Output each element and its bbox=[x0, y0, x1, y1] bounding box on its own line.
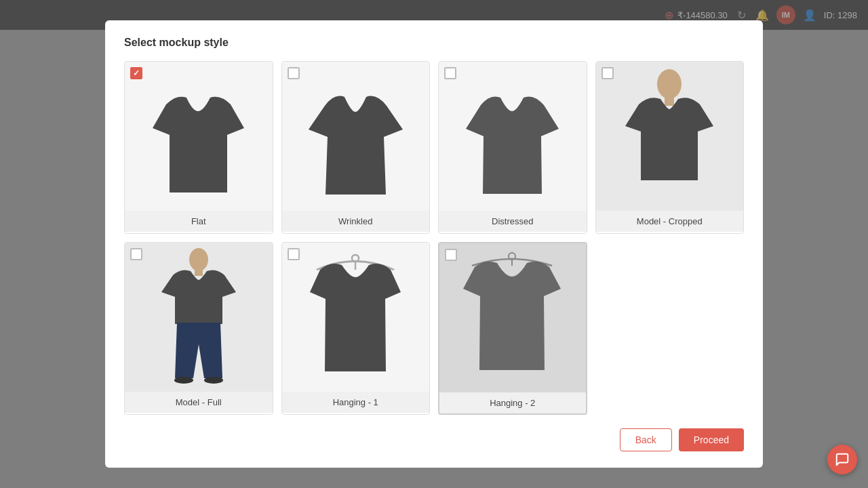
mockup-label-wrinkled: Wrinkled bbox=[282, 211, 430, 232]
modal-overlay: Select mockup style Flat bbox=[0, 0, 868, 488]
mockup-image-model-full bbox=[125, 243, 273, 392]
svg-point-2 bbox=[189, 248, 208, 271]
mockup-card-model-cropped[interactable]: Model - Cropped bbox=[595, 61, 745, 234]
mockup-image-distressed bbox=[439, 62, 587, 211]
proceed-button[interactable]: Proceed bbox=[679, 428, 744, 451]
checkbox-model-full[interactable] bbox=[130, 248, 142, 260]
mockup-image-flat bbox=[125, 62, 273, 211]
mockup-grid-row1: Flat Wrinkled bbox=[124, 61, 744, 234]
chat-bubble-button[interactable] bbox=[827, 445, 857, 474]
checkbox-distressed[interactable] bbox=[444, 67, 456, 79]
mockup-grid-row2: Model - Full Hanging - 1 bbox=[124, 242, 744, 415]
mockup-label-model-full: Model - Full bbox=[125, 392, 273, 413]
modal: Select mockup style Flat bbox=[105, 20, 763, 468]
svg-point-0 bbox=[657, 69, 682, 99]
checkbox-wrinkled[interactable] bbox=[288, 67, 300, 79]
svg-point-5 bbox=[204, 377, 223, 384]
mockup-card-empty bbox=[595, 242, 745, 415]
mockup-card-hanging-1[interactable]: Hanging - 1 bbox=[281, 242, 431, 415]
checkbox-model-cropped[interactable] bbox=[601, 67, 614, 79]
mockup-label-hanging-2: Hanging - 2 bbox=[439, 392, 586, 413]
mockup-label-flat: Flat bbox=[125, 211, 273, 232]
mockup-image-wrinkled bbox=[282, 62, 430, 211]
back-button[interactable]: Back bbox=[620, 428, 672, 451]
checkbox-flat[interactable] bbox=[130, 67, 142, 79]
mockup-label-distressed: Distressed bbox=[439, 211, 587, 232]
svg-rect-1 bbox=[665, 96, 674, 106]
mockup-card-flat[interactable]: Flat bbox=[124, 61, 273, 234]
svg-point-4 bbox=[174, 377, 193, 384]
modal-footer: Back Proceed bbox=[124, 428, 744, 451]
svg-rect-3 bbox=[195, 269, 203, 276]
modal-title: Select mockup style bbox=[124, 37, 744, 49]
mockup-card-distressed[interactable]: Distressed bbox=[438, 61, 587, 234]
mockup-label-hanging-1: Hanging - 1 bbox=[282, 392, 430, 413]
checkbox-hanging-2[interactable] bbox=[445, 249, 457, 261]
checkbox-hanging-1[interactable] bbox=[288, 248, 300, 260]
mockup-card-model-full[interactable]: Model - Full bbox=[124, 242, 273, 415]
mockup-image-hanging-2 bbox=[439, 243, 586, 392]
mockup-image-hanging-1 bbox=[282, 243, 430, 392]
mockup-card-hanging-2[interactable]: Hanging - 2 bbox=[438, 242, 587, 415]
mockup-image-model-cropped bbox=[596, 62, 744, 211]
mockup-label-model-cropped: Model - Cropped bbox=[596, 211, 744, 232]
mockup-card-wrinkled[interactable]: Wrinkled bbox=[281, 61, 431, 234]
